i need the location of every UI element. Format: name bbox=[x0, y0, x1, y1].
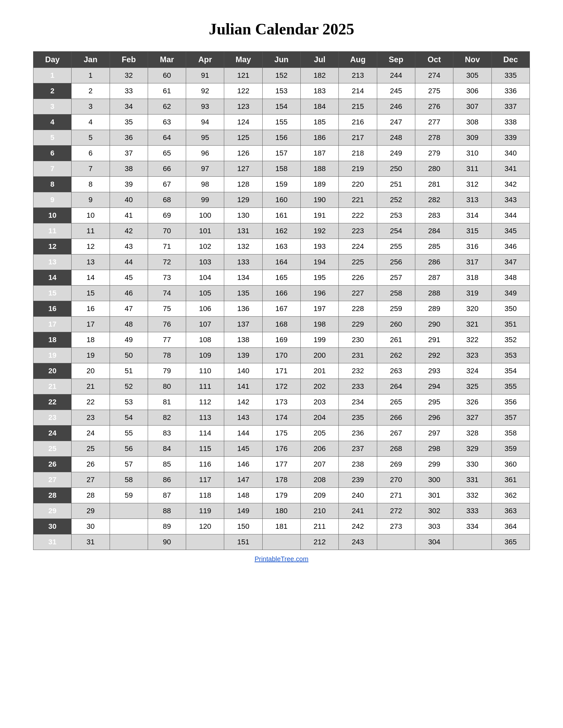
data-cell: 9 bbox=[71, 192, 110, 208]
data-cell: 166 bbox=[262, 286, 301, 301]
data-cell: 305 bbox=[453, 68, 492, 83]
data-cell: 337 bbox=[492, 99, 530, 114]
data-cell: 96 bbox=[186, 146, 224, 161]
data-cell: 136 bbox=[224, 301, 262, 317]
data-cell: 117 bbox=[186, 472, 224, 488]
data-cell: 318 bbox=[453, 270, 492, 286]
day-cell: 7 bbox=[33, 161, 71, 177]
data-cell: 167 bbox=[262, 301, 301, 317]
julian-calendar-table: DayJanFebMarAprMayJunJulAugSepOctNovDec … bbox=[33, 51, 530, 550]
page-title: Julian Calendar 2025 bbox=[209, 20, 354, 38]
data-cell: 22 bbox=[71, 394, 110, 410]
data-cell: 5 bbox=[71, 130, 110, 146]
data-cell: 214 bbox=[339, 83, 377, 99]
data-cell: 86 bbox=[148, 472, 186, 488]
data-cell: 195 bbox=[301, 270, 339, 286]
data-cell: 314 bbox=[453, 208, 492, 223]
table-row: 11326091121152182213244274305335 bbox=[33, 68, 530, 83]
day-cell: 6 bbox=[33, 146, 71, 161]
data-cell: 60 bbox=[148, 68, 186, 83]
day-cell: 8 bbox=[33, 177, 71, 192]
day-cell: 5 bbox=[33, 130, 71, 146]
data-cell: 330 bbox=[453, 457, 492, 472]
data-cell: 303 bbox=[415, 519, 453, 534]
data-cell: 128 bbox=[224, 177, 262, 192]
data-cell: 256 bbox=[377, 254, 415, 270]
data-cell: 146 bbox=[224, 457, 262, 472]
table-row: 33346293123154184215246276307337 bbox=[33, 99, 530, 114]
data-cell: 210 bbox=[301, 503, 339, 519]
data-cell: 124 bbox=[224, 114, 262, 130]
table-row: 14144573104134165195226257287318348 bbox=[33, 270, 530, 286]
table-row: 55366495125156186217248278309339 bbox=[33, 130, 530, 146]
data-cell: 200 bbox=[301, 348, 339, 363]
data-cell: 355 bbox=[492, 379, 530, 394]
data-cell bbox=[110, 519, 148, 534]
data-cell: 158 bbox=[262, 161, 301, 177]
table-row: 21215280111141172202233264294325355 bbox=[33, 379, 530, 394]
data-cell: 331 bbox=[453, 472, 492, 488]
data-cell: 17 bbox=[71, 317, 110, 332]
column-header-feb: Feb bbox=[110, 52, 148, 68]
data-cell: 199 bbox=[301, 332, 339, 348]
data-cell: 161 bbox=[262, 208, 301, 223]
data-cell: 301 bbox=[415, 488, 453, 503]
data-cell: 306 bbox=[453, 83, 492, 99]
data-cell: 229 bbox=[339, 317, 377, 332]
data-cell: 365 bbox=[492, 534, 530, 550]
data-cell: 315 bbox=[453, 223, 492, 239]
table-row: 88396798128159189220251281312342 bbox=[33, 177, 530, 192]
data-cell: 253 bbox=[377, 208, 415, 223]
day-cell: 11 bbox=[33, 223, 71, 239]
data-cell: 159 bbox=[262, 177, 301, 192]
data-cell: 164 bbox=[262, 254, 301, 270]
data-cell: 267 bbox=[377, 426, 415, 441]
data-cell: 149 bbox=[224, 503, 262, 519]
data-cell: 11 bbox=[71, 223, 110, 239]
data-cell: 346 bbox=[492, 239, 530, 254]
data-cell: 212 bbox=[301, 534, 339, 550]
data-cell: 127 bbox=[224, 161, 262, 177]
data-cell: 278 bbox=[415, 130, 453, 146]
data-cell: 345 bbox=[492, 223, 530, 239]
table-row: 11114270101131162192223254284315345 bbox=[33, 223, 530, 239]
data-cell: 287 bbox=[415, 270, 453, 286]
table-row: 12124371102132163193224255285316346 bbox=[33, 239, 530, 254]
data-cell: 82 bbox=[148, 410, 186, 426]
data-cell: 307 bbox=[453, 99, 492, 114]
data-cell: 261 bbox=[377, 332, 415, 348]
table-row: 22225381112142173203234265295326356 bbox=[33, 394, 530, 410]
data-cell: 163 bbox=[262, 239, 301, 254]
data-cell: 56 bbox=[110, 441, 148, 457]
data-cell: 26 bbox=[71, 457, 110, 472]
data-cell: 74 bbox=[148, 286, 186, 301]
data-cell: 317 bbox=[453, 254, 492, 270]
data-cell: 77 bbox=[148, 332, 186, 348]
day-cell: 2 bbox=[33, 83, 71, 99]
data-cell bbox=[186, 534, 224, 550]
data-cell: 186 bbox=[301, 130, 339, 146]
data-cell: 183 bbox=[301, 83, 339, 99]
data-cell: 41 bbox=[110, 208, 148, 223]
data-cell: 202 bbox=[301, 379, 339, 394]
data-cell: 324 bbox=[453, 363, 492, 379]
data-cell: 27 bbox=[71, 472, 110, 488]
data-cell bbox=[377, 534, 415, 550]
column-header-aug: Aug bbox=[339, 52, 377, 68]
data-cell: 300 bbox=[415, 472, 453, 488]
data-cell: 274 bbox=[415, 68, 453, 83]
data-cell: 339 bbox=[492, 130, 530, 146]
data-cell: 255 bbox=[377, 239, 415, 254]
day-cell: 17 bbox=[33, 317, 71, 332]
data-cell: 15 bbox=[71, 286, 110, 301]
data-cell: 296 bbox=[415, 410, 453, 426]
day-cell: 28 bbox=[33, 488, 71, 503]
data-cell: 292 bbox=[415, 348, 453, 363]
column-header-mar: Mar bbox=[148, 52, 186, 68]
data-cell: 207 bbox=[301, 457, 339, 472]
data-cell: 143 bbox=[224, 410, 262, 426]
data-cell: 299 bbox=[415, 457, 453, 472]
footer-link[interactable]: PrintableTree.com bbox=[255, 555, 309, 563]
data-cell: 147 bbox=[224, 472, 262, 488]
day-cell: 31 bbox=[33, 534, 71, 550]
